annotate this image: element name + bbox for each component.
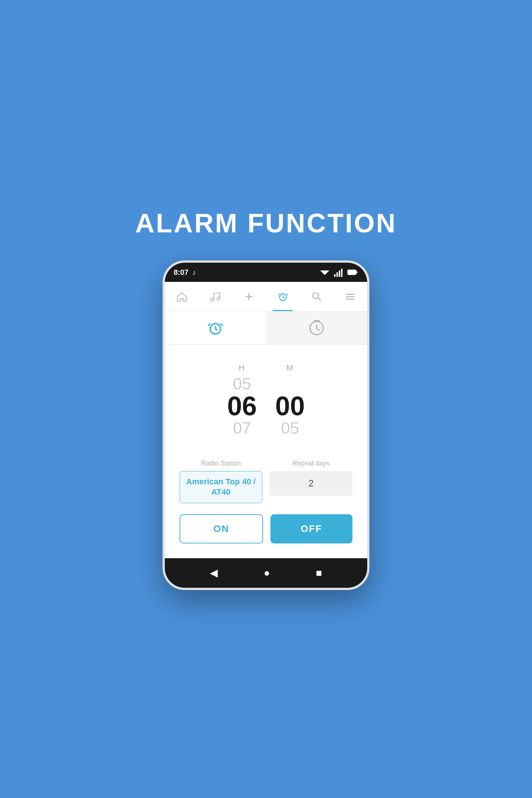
search-nav-icon xyxy=(311,291,323,303)
recent-button[interactable]: ■ xyxy=(316,567,322,579)
status-bar-left: 8:07 ♪ xyxy=(174,268,196,277)
bottom-nav: ◀ ● ■ xyxy=(165,558,367,588)
svg-rect-5 xyxy=(348,270,356,275)
radio-station-value[interactable]: American Top 40 / AT40 xyxy=(180,471,262,503)
home-icon xyxy=(176,291,188,303)
battery-icon xyxy=(347,267,358,278)
svg-point-7 xyxy=(211,298,214,301)
svg-line-15 xyxy=(318,298,321,301)
hours-next[interactable]: 07 xyxy=(233,419,251,437)
repeat-days-label: Repeat days xyxy=(270,460,352,467)
radio-station-item: Radio Station American Top 40 / AT40 xyxy=(180,460,262,503)
svg-line-21 xyxy=(215,329,218,330)
timer-subtab-icon xyxy=(308,319,325,337)
hours-label: H xyxy=(239,363,245,373)
settings-row: Radio Station American Top 40 / AT40 Rep… xyxy=(180,460,352,503)
sub-tab-timer[interactable] xyxy=(266,311,367,344)
svg-line-24 xyxy=(317,329,320,330)
status-time: 8:07 xyxy=(174,268,188,277)
radio-station-label: Radio Station xyxy=(180,460,262,467)
sub-tab-alarm[interactable] xyxy=(165,311,266,344)
repeat-days-value[interactable]: 2 xyxy=(270,471,352,496)
off-button[interactable]: OFF xyxy=(270,514,352,543)
music-nav-icon xyxy=(209,291,221,303)
status-bar: 8:07 ♪ xyxy=(165,263,367,282)
svg-rect-2 xyxy=(337,272,338,277)
alarm-nav-icon xyxy=(277,291,289,303)
music-status-icon: ♪ xyxy=(192,268,196,277)
time-picker: H 05 06 07 M 00 00 05 xyxy=(180,356,352,449)
nav-item-menu[interactable] xyxy=(334,282,367,311)
alarm-subtab-icon xyxy=(207,319,224,337)
svg-rect-6 xyxy=(356,272,358,273)
minutes-next[interactable]: 05 xyxy=(281,419,299,437)
repeat-days-item: Repeat days 2 xyxy=(270,460,352,496)
hours-column: H 05 06 07 xyxy=(227,363,257,437)
svg-marker-0 xyxy=(320,270,330,275)
minutes-column: M 00 00 05 xyxy=(275,363,305,437)
svg-line-13 xyxy=(283,297,284,298)
wifi-icon xyxy=(319,267,330,278)
hours-prev[interactable]: 05 xyxy=(233,375,251,393)
page-title: ALARM FUNCTION xyxy=(135,208,397,238)
nav-item-alarm[interactable] xyxy=(266,282,300,311)
hours-current[interactable]: 06 xyxy=(227,393,257,419)
menu-icon xyxy=(344,291,356,303)
svg-rect-4 xyxy=(341,269,342,277)
minutes-current[interactable]: 00 xyxy=(275,393,305,419)
nav-item-music[interactable] xyxy=(198,282,232,311)
home-button[interactable]: ● xyxy=(264,567,270,579)
svg-point-14 xyxy=(313,293,318,299)
top-nav xyxy=(165,282,367,311)
svg-point-8 xyxy=(217,297,220,300)
signal-icon xyxy=(333,267,344,278)
nav-item-search[interactable] xyxy=(300,282,333,311)
status-bar-right xyxy=(319,267,358,278)
svg-rect-1 xyxy=(334,274,336,277)
action-buttons: ON OFF xyxy=(180,514,352,547)
back-button[interactable]: ◀ xyxy=(210,567,218,579)
main-content: H 05 06 07 M 00 00 05 Radio Station Amer… xyxy=(165,345,367,558)
nav-item-add[interactable] xyxy=(232,282,266,311)
minutes-label: M xyxy=(286,363,294,373)
sub-tabs xyxy=(165,311,367,345)
nav-item-home[interactable] xyxy=(165,282,198,311)
svg-rect-3 xyxy=(339,270,340,277)
on-button[interactable]: ON xyxy=(180,514,263,543)
phone-shell: 8:07 ♪ xyxy=(163,260,369,590)
add-icon xyxy=(243,291,255,303)
